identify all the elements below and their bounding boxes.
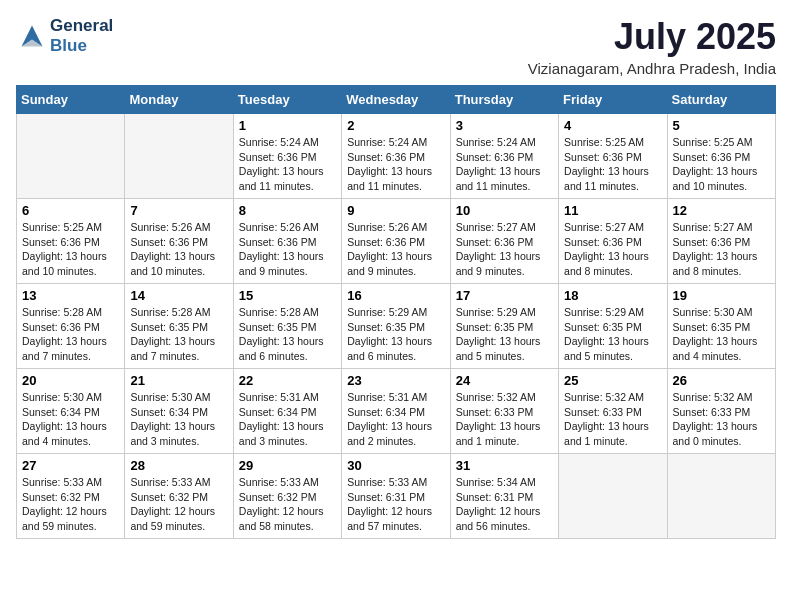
day-detail: Sunrise: 5:30 AM Sunset: 6:34 PM Dayligh… [130,390,227,449]
day-number: 27 [22,458,119,473]
day-number: 25 [564,373,661,388]
day-detail: Sunrise: 5:26 AM Sunset: 6:36 PM Dayligh… [239,220,336,279]
calendar-title: July 2025 Vizianagaram, Andhra Pradesh, … [528,16,776,77]
weekday-header-sunday: Sunday [17,86,125,114]
calendar-cell [17,114,125,199]
weekday-header-tuesday: Tuesday [233,86,341,114]
day-detail: Sunrise: 5:27 AM Sunset: 6:36 PM Dayligh… [456,220,553,279]
day-detail: Sunrise: 5:26 AM Sunset: 6:36 PM Dayligh… [130,220,227,279]
day-detail: Sunrise: 5:24 AM Sunset: 6:36 PM Dayligh… [347,135,444,194]
day-detail: Sunrise: 5:32 AM Sunset: 6:33 PM Dayligh… [673,390,770,449]
calendar-cell: 5Sunrise: 5:25 AM Sunset: 6:36 PM Daylig… [667,114,775,199]
day-detail: Sunrise: 5:29 AM Sunset: 6:35 PM Dayligh… [564,305,661,364]
day-detail: Sunrise: 5:24 AM Sunset: 6:36 PM Dayligh… [239,135,336,194]
day-detail: Sunrise: 5:33 AM Sunset: 6:32 PM Dayligh… [130,475,227,534]
day-detail: Sunrise: 5:25 AM Sunset: 6:36 PM Dayligh… [673,135,770,194]
day-number: 4 [564,118,661,133]
day-number: 21 [130,373,227,388]
calendar-cell: 30Sunrise: 5:33 AM Sunset: 6:31 PM Dayli… [342,454,450,539]
calendar-cell: 23Sunrise: 5:31 AM Sunset: 6:34 PM Dayli… [342,369,450,454]
calendar-cell: 9Sunrise: 5:26 AM Sunset: 6:36 PM Daylig… [342,199,450,284]
day-detail: Sunrise: 5:32 AM Sunset: 6:33 PM Dayligh… [564,390,661,449]
calendar-cell: 1Sunrise: 5:24 AM Sunset: 6:36 PM Daylig… [233,114,341,199]
calendar-cell: 6Sunrise: 5:25 AM Sunset: 6:36 PM Daylig… [17,199,125,284]
logo-text-blue: Blue [50,36,113,56]
weekday-header-friday: Friday [559,86,667,114]
calendar-cell [125,114,233,199]
calendar-cell: 31Sunrise: 5:34 AM Sunset: 6:31 PM Dayli… [450,454,558,539]
day-number: 26 [673,373,770,388]
day-number: 28 [130,458,227,473]
day-detail: Sunrise: 5:34 AM Sunset: 6:31 PM Dayligh… [456,475,553,534]
weekday-header-thursday: Thursday [450,86,558,114]
day-number: 22 [239,373,336,388]
page-header: General Blue July 2025 Vizianagaram, And… [16,16,776,77]
day-number: 5 [673,118,770,133]
day-detail: Sunrise: 5:27 AM Sunset: 6:36 PM Dayligh… [564,220,661,279]
calendar-cell: 2Sunrise: 5:24 AM Sunset: 6:36 PM Daylig… [342,114,450,199]
day-number: 19 [673,288,770,303]
calendar-cell: 13Sunrise: 5:28 AM Sunset: 6:36 PM Dayli… [17,284,125,369]
logo: General Blue [16,16,113,55]
day-number: 11 [564,203,661,218]
calendar-cell: 20Sunrise: 5:30 AM Sunset: 6:34 PM Dayli… [17,369,125,454]
day-number: 8 [239,203,336,218]
day-number: 2 [347,118,444,133]
day-number: 24 [456,373,553,388]
weekday-header-monday: Monday [125,86,233,114]
day-detail: Sunrise: 5:25 AM Sunset: 6:36 PM Dayligh… [564,135,661,194]
calendar-cell: 14Sunrise: 5:28 AM Sunset: 6:35 PM Dayli… [125,284,233,369]
calendar-cell: 17Sunrise: 5:29 AM Sunset: 6:35 PM Dayli… [450,284,558,369]
week-row-3: 13Sunrise: 5:28 AM Sunset: 6:36 PM Dayli… [17,284,776,369]
day-detail: Sunrise: 5:24 AM Sunset: 6:36 PM Dayligh… [456,135,553,194]
week-row-4: 20Sunrise: 5:30 AM Sunset: 6:34 PM Dayli… [17,369,776,454]
day-number: 20 [22,373,119,388]
calendar-cell: 24Sunrise: 5:32 AM Sunset: 6:33 PM Dayli… [450,369,558,454]
calendar-cell: 21Sunrise: 5:30 AM Sunset: 6:34 PM Dayli… [125,369,233,454]
calendar-cell: 12Sunrise: 5:27 AM Sunset: 6:36 PM Dayli… [667,199,775,284]
day-number: 29 [239,458,336,473]
day-number: 18 [564,288,661,303]
calendar-table: SundayMondayTuesdayWednesdayThursdayFrid… [16,85,776,539]
calendar-cell: 10Sunrise: 5:27 AM Sunset: 6:36 PM Dayli… [450,199,558,284]
day-number: 23 [347,373,444,388]
day-detail: Sunrise: 5:31 AM Sunset: 6:34 PM Dayligh… [239,390,336,449]
location-label: Vizianagaram, Andhra Pradesh, India [528,60,776,77]
day-number: 1 [239,118,336,133]
calendar-cell: 26Sunrise: 5:32 AM Sunset: 6:33 PM Dayli… [667,369,775,454]
week-row-5: 27Sunrise: 5:33 AM Sunset: 6:32 PM Dayli… [17,454,776,539]
day-detail: Sunrise: 5:25 AM Sunset: 6:36 PM Dayligh… [22,220,119,279]
day-number: 31 [456,458,553,473]
day-number: 15 [239,288,336,303]
weekday-header-row: SundayMondayTuesdayWednesdayThursdayFrid… [17,86,776,114]
day-detail: Sunrise: 5:28 AM Sunset: 6:36 PM Dayligh… [22,305,119,364]
calendar-cell: 8Sunrise: 5:26 AM Sunset: 6:36 PM Daylig… [233,199,341,284]
week-row-1: 1Sunrise: 5:24 AM Sunset: 6:36 PM Daylig… [17,114,776,199]
weekday-header-wednesday: Wednesday [342,86,450,114]
calendar-cell: 16Sunrise: 5:29 AM Sunset: 6:35 PM Dayli… [342,284,450,369]
day-number: 10 [456,203,553,218]
day-detail: Sunrise: 5:30 AM Sunset: 6:35 PM Dayligh… [673,305,770,364]
calendar-cell: 19Sunrise: 5:30 AM Sunset: 6:35 PM Dayli… [667,284,775,369]
calendar-cell: 4Sunrise: 5:25 AM Sunset: 6:36 PM Daylig… [559,114,667,199]
month-year-label: July 2025 [528,16,776,58]
calendar-cell: 22Sunrise: 5:31 AM Sunset: 6:34 PM Dayli… [233,369,341,454]
calendar-cell: 7Sunrise: 5:26 AM Sunset: 6:36 PM Daylig… [125,199,233,284]
calendar-cell [559,454,667,539]
day-detail: Sunrise: 5:29 AM Sunset: 6:35 PM Dayligh… [456,305,553,364]
day-detail: Sunrise: 5:33 AM Sunset: 6:32 PM Dayligh… [22,475,119,534]
day-detail: Sunrise: 5:30 AM Sunset: 6:34 PM Dayligh… [22,390,119,449]
calendar-cell: 11Sunrise: 5:27 AM Sunset: 6:36 PM Dayli… [559,199,667,284]
calendar-cell: 18Sunrise: 5:29 AM Sunset: 6:35 PM Dayli… [559,284,667,369]
day-detail: Sunrise: 5:28 AM Sunset: 6:35 PM Dayligh… [130,305,227,364]
day-detail: Sunrise: 5:28 AM Sunset: 6:35 PM Dayligh… [239,305,336,364]
day-number: 14 [130,288,227,303]
day-detail: Sunrise: 5:32 AM Sunset: 6:33 PM Dayligh… [456,390,553,449]
day-detail: Sunrise: 5:33 AM Sunset: 6:32 PM Dayligh… [239,475,336,534]
day-number: 16 [347,288,444,303]
calendar-cell: 3Sunrise: 5:24 AM Sunset: 6:36 PM Daylig… [450,114,558,199]
day-detail: Sunrise: 5:33 AM Sunset: 6:31 PM Dayligh… [347,475,444,534]
calendar-cell: 27Sunrise: 5:33 AM Sunset: 6:32 PM Dayli… [17,454,125,539]
logo-text-general: General [50,16,113,36]
day-detail: Sunrise: 5:29 AM Sunset: 6:35 PM Dayligh… [347,305,444,364]
